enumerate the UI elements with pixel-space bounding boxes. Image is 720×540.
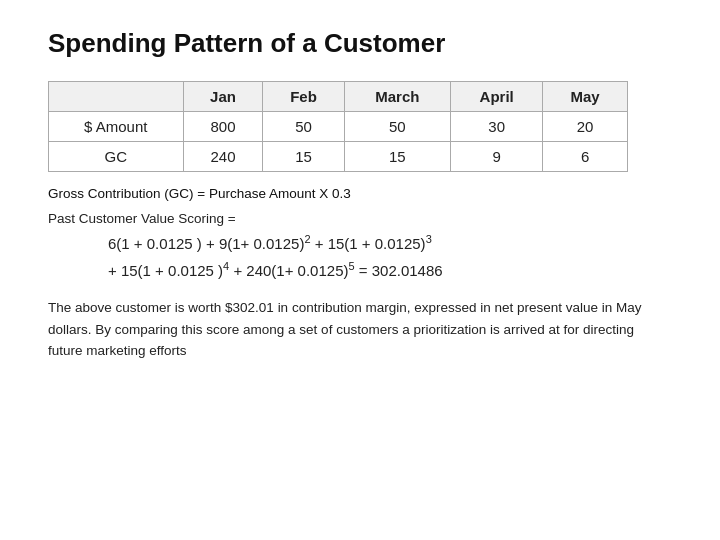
amount-april: 30 xyxy=(451,112,543,142)
page-container: Spending Pattern of a Customer Jan Feb M… xyxy=(0,0,720,540)
col-header-feb: Feb xyxy=(263,82,344,112)
row-label-gc: GC xyxy=(49,142,184,172)
page-title: Spending Pattern of a Customer xyxy=(48,28,672,59)
gc-jan: 240 xyxy=(183,142,263,172)
formula-line2: + 15(1 + 0.0125 )4 + 240(1+ 0.0125)5 = 3… xyxy=(108,257,672,284)
formula-text-4: + 240(1+ 0.0125) xyxy=(229,262,348,279)
formula-block: 6(1 + 0.0125 ) + 9(1+ 0.0125)2 + 15(1 + … xyxy=(108,230,672,283)
spending-table: Jan Feb March April May $ Amount 800 50 … xyxy=(48,81,628,172)
row-label-amount: $ Amount xyxy=(49,112,184,142)
description-text: The above customer is worth $302.01 in c… xyxy=(48,297,672,362)
amount-may: 20 xyxy=(543,112,628,142)
amount-feb: 50 xyxy=(263,112,344,142)
gc-feb: 15 xyxy=(263,142,344,172)
formula-result: = 302.01486 xyxy=(355,262,443,279)
col-header-april: April xyxy=(451,82,543,112)
col-header-march: March xyxy=(344,82,451,112)
formula-text-2: + 15(1 + 0.0125) xyxy=(311,235,426,252)
formula-text-3: + 15(1 + 0.0125 ) xyxy=(108,262,223,279)
col-header-label xyxy=(49,82,184,112)
gross-contribution-note: Gross Contribution (GC) = Purchase Amoun… xyxy=(48,186,672,201)
formula-line1: 6(1 + 0.0125 ) + 9(1+ 0.0125)2 + 15(1 + … xyxy=(108,230,672,257)
gc-march: 15 xyxy=(344,142,451,172)
formula-exp-2: 3 xyxy=(426,233,432,245)
gc-may: 6 xyxy=(543,142,628,172)
amount-jan: 800 xyxy=(183,112,263,142)
amount-march: 50 xyxy=(344,112,451,142)
past-value-label: Past Customer Value Scoring = xyxy=(48,211,672,226)
gc-april: 9 xyxy=(451,142,543,172)
formula-text-1: 6(1 + 0.0125 ) + 9(1+ 0.0125) xyxy=(108,235,304,252)
scoring-section: Past Customer Value Scoring = 6(1 + 0.01… xyxy=(48,211,672,283)
table-row-gc: GC 240 15 15 9 6 xyxy=(49,142,628,172)
table-row-amount: $ Amount 800 50 50 30 20 xyxy=(49,112,628,142)
col-header-jan: Jan xyxy=(183,82,263,112)
col-header-may: May xyxy=(543,82,628,112)
